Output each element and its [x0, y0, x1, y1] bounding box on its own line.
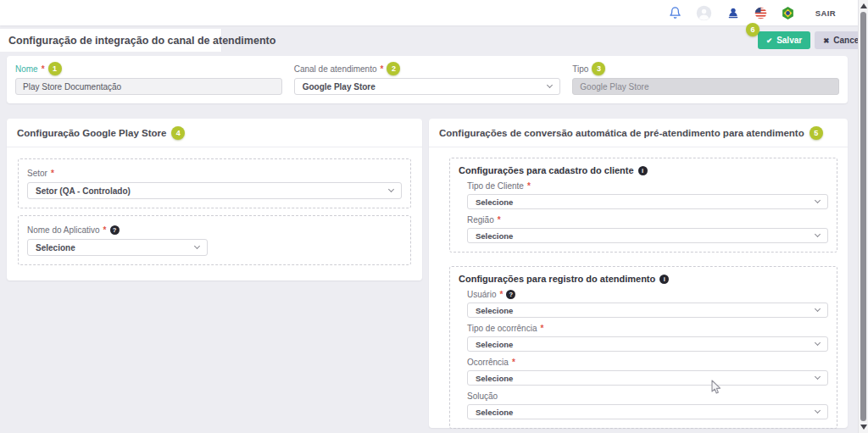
required-marker: * [540, 324, 543, 333]
auto-conversion-panel-title: Configurações de conversão automática de… [439, 128, 804, 138]
region-select-value: Selecione [476, 231, 513, 241]
name-label: Nome [15, 64, 38, 74]
chevron-down-icon [815, 231, 821, 237]
chevron-down-icon [194, 243, 200, 249]
required-marker: * [499, 290, 503, 299]
required-marker: * [103, 225, 107, 235]
region-field: Região * Selecione [467, 214, 828, 243]
occurrence-label: Ocorrência [467, 358, 509, 367]
app-name-select-value: Selecione [36, 243, 75, 253]
region-label: Região [467, 215, 494, 225]
chevron-down-icon [388, 186, 394, 192]
required-marker: * [51, 169, 54, 178]
client-section-heading: Configurações para cadastro do cliente [459, 165, 634, 175]
info-icon[interactable]: i [638, 166, 648, 175]
step-badge-1: 1 [48, 62, 62, 75]
service-section-heading: Configurações para registro do atendimen… [459, 274, 655, 284]
step-badge-2: 2 [387, 62, 400, 75]
info-icon[interactable]: i [659, 275, 669, 284]
type-label: Tipo [572, 64, 588, 74]
chevron-down-icon [815, 374, 821, 380]
chevron-down-icon [815, 408, 821, 414]
required-marker: * [527, 181, 531, 191]
sector-select[interactable]: Setor (QA - Controlado) [27, 182, 402, 199]
scrollbar-thumb[interactable] [860, 12, 866, 421]
occurrence-type-field: Tipo de ocorrência * Selecione [467, 322, 828, 352]
required-marker: * [512, 358, 515, 367]
logout-button[interactable]: SAIR [815, 8, 836, 18]
channel-field-column: Canal de atendimento * 2 Google Play Sto… [294, 62, 561, 96]
app-screen: SAIR Configuração de integração do canal… [0, 0, 868, 433]
save-button-label: Salvar [776, 36, 802, 45]
language-us-flag-icon[interactable] [754, 7, 767, 19]
occurrence-type-select[interactable]: Selecione [467, 336, 828, 352]
integration-form-card: Nome * 1 Canal de atendimento * 2 Google… [7, 56, 848, 103]
save-button[interactable]: ✔ Salvar [758, 31, 810, 49]
client-type-field: Tipo de Cliente * Selecione [467, 180, 828, 209]
agent-status-icon[interactable] [726, 6, 740, 19]
solution-select[interactable]: Selecione [467, 404, 828, 419]
user-avatar[interactable] [696, 5, 712, 21]
user-select[interactable]: Selecione [467, 303, 828, 318]
notifications-bell-icon[interactable] [669, 6, 682, 19]
occurrence-select[interactable]: Selecione [467, 370, 828, 386]
help-icon[interactable]: ? [110, 225, 120, 235]
channel-select-value: Google Play Store [303, 82, 376, 92]
step-badge-5: 5 [810, 126, 823, 140]
chevron-down-icon [815, 306, 821, 312]
step-badge-3: 3 [592, 62, 605, 75]
client-type-select-value: Selecione [476, 197, 513, 207]
page-title-bar: Configuração de integração do canal de a… [0, 29, 222, 52]
step-badge-6: 6 [746, 23, 760, 36]
solution-select-value: Selecione [476, 408, 513, 417]
action-buttons: ✔ Salvar ✖ Cancelar [758, 31, 868, 49]
sector-group-box: Setor * Setor (QA - Controlado) [18, 158, 411, 208]
close-icon: ✖ [823, 36, 829, 45]
auto-conversion-panel: Configurações de conversão automática de… [429, 119, 848, 428]
language-brazil-flag-icon[interactable] [782, 7, 794, 19]
occurrence-select-value: Selecione [476, 374, 513, 383]
sector-select-value: Setor (QA - Controlado) [36, 186, 131, 196]
playstore-config-panel: Configuração Google Play Store 4 Setor *… [7, 119, 422, 280]
step-badge-4: 4 [171, 126, 185, 140]
name-input[interactable] [15, 78, 282, 95]
occurrence-field: Ocorrência * Selecione [467, 356, 828, 386]
topbar: SAIR [0, 0, 858, 25]
occurrence-type-label: Tipo de ocorrência [467, 324, 537, 333]
scroll-down-arrow-icon[interactable] [860, 425, 867, 430]
check-icon: ✔ [766, 36, 772, 45]
type-input [572, 78, 839, 95]
chevron-down-icon [815, 197, 821, 203]
required-marker: * [498, 215, 501, 225]
client-type-select[interactable]: Selecione [467, 194, 828, 209]
app-name-select[interactable]: Selecione [27, 239, 208, 256]
page-title: Configuração de integração do canal de a… [8, 35, 275, 47]
service-record-box: Configurações para registro do atendimen… [449, 266, 837, 429]
solution-label: Solução [467, 391, 498, 401]
client-registration-box: Configurações para cadastro do cliente i… [449, 158, 837, 253]
user-field: Usuário * ? Selecione [467, 288, 828, 318]
sector-label: Setor [27, 169, 47, 178]
vertical-scrollbar[interactable] [858, 0, 868, 433]
name-field-column: Nome * 1 [15, 62, 282, 96]
channel-select[interactable]: Google Play Store [294, 78, 561, 95]
chevron-down-icon [815, 340, 821, 346]
help-icon[interactable]: ? [506, 290, 515, 299]
solution-field: Solução Selecione [467, 390, 828, 419]
user-label: Usuário [467, 290, 496, 299]
app-name-group-box: Nome do Aplicativo * ? Selecione [18, 215, 411, 265]
scroll-up-arrow-icon[interactable] [860, 3, 867, 8]
app-name-label: Nome do Aplicativo [27, 225, 100, 235]
chevron-down-icon [547, 82, 553, 88]
required-marker: * [381, 64, 384, 74]
region-select[interactable]: Selecione [467, 228, 828, 243]
channel-label: Canal de atendimento [294, 64, 377, 74]
required-marker: * [42, 64, 45, 74]
playstore-panel-title: Configuração Google Play Store [17, 128, 166, 138]
type-field-column: Tipo 3 [572, 62, 839, 96]
user-select-value: Selecione [476, 306, 513, 315]
occurrence-type-select-value: Selecione [476, 340, 513, 349]
client-type-label: Tipo de Cliente [467, 181, 524, 191]
